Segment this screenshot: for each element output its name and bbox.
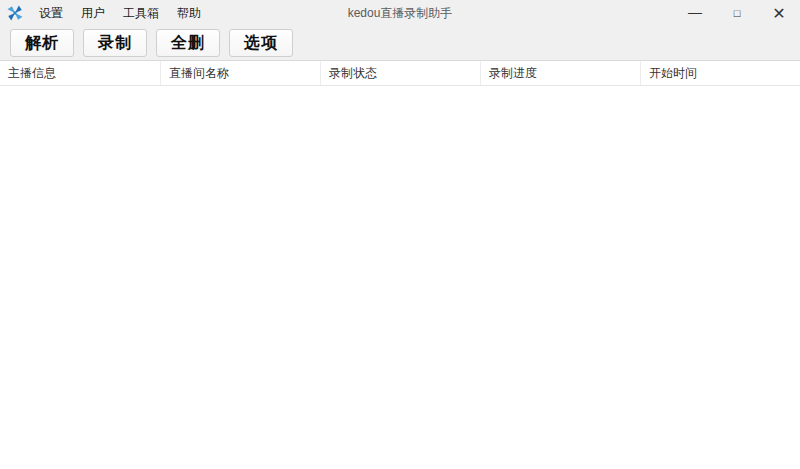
column-header-record-status[interactable]: 录制状态	[320, 61, 480, 85]
parse-button[interactable]: 解析	[10, 29, 74, 57]
menu-item-toolbox[interactable]: 工具箱	[114, 2, 168, 25]
column-header-room-name[interactable]: 直播间名称	[160, 61, 320, 85]
close-button[interactable]: ✕	[758, 0, 800, 26]
table-body-empty	[0, 86, 800, 469]
record-button[interactable]: 录制	[83, 29, 147, 57]
menu-item-settings[interactable]: 设置	[30, 2, 72, 25]
column-header-record-progress[interactable]: 录制进度	[480, 61, 640, 85]
menu-item-help[interactable]: 帮助	[168, 2, 210, 25]
minimize-icon: —	[688, 4, 702, 20]
column-header-streamer-info[interactable]: 主播信息	[0, 61, 160, 85]
app-window: 设置 用户 工具箱 帮助 kedou直播录制助手 — □ ✕ 解析 录制	[0, 0, 800, 469]
delete-all-button[interactable]: 全删	[156, 29, 220, 57]
close-icon: ✕	[772, 4, 785, 23]
title-bar: 设置 用户 工具箱 帮助 kedou直播录制助手 — □ ✕	[0, 0, 800, 26]
toolbar: 解析 录制 全删 选项	[0, 26, 800, 60]
menu-bar: 设置 用户 工具箱 帮助	[30, 2, 210, 25]
window-chrome: 设置 用户 工具箱 帮助 kedou直播录制助手 — □ ✕ 解析 录制	[0, 0, 800, 61]
maximize-icon: □	[734, 7, 741, 19]
app-logo-icon	[6, 4, 24, 22]
column-header-start-time[interactable]: 开始时间	[640, 61, 800, 85]
minimize-button[interactable]: —	[674, 0, 716, 26]
options-button[interactable]: 选项	[229, 29, 293, 57]
window-controls: — □ ✕	[674, 0, 800, 26]
table-header: 主播信息 直播间名称 录制状态 录制进度 开始时间	[0, 61, 800, 86]
maximize-button[interactable]: □	[716, 0, 758, 26]
menu-item-user[interactable]: 用户	[72, 2, 114, 25]
